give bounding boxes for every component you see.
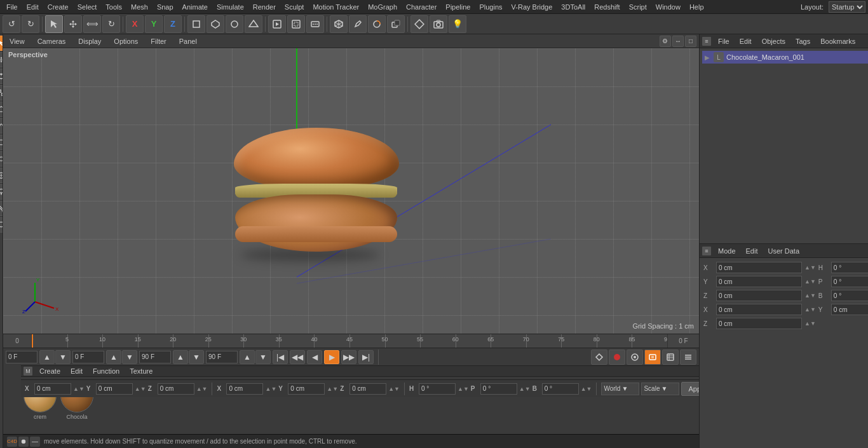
attr-x-pos-arrows[interactable]: ▲▼: [804, 264, 816, 271]
viewport-settings-btn[interactable]: ⚙: [660, 36, 671, 47]
undo-button[interactable]: ↺: [3, 15, 20, 33]
total-frame-input[interactable]: [206, 351, 238, 363]
coord-b-rot-arrows[interactable]: ▲▼: [581, 386, 592, 392]
pen-tool-button[interactable]: [349, 15, 367, 33]
render-region-button[interactable]: [287, 15, 305, 33]
start-frame-input[interactable]: [72, 351, 104, 363]
coord-z-size-input[interactable]: [349, 383, 386, 395]
snap-button[interactable]: [410, 15, 428, 33]
play-btn[interactable]: ▶: [324, 350, 339, 364]
menu-vray-bridge[interactable]: V-Ray Bridge: [508, 2, 557, 12]
menu-select[interactable]: Select: [74, 2, 101, 12]
material-menu-create[interactable]: Create: [36, 366, 64, 376]
attr-menu-edit[interactable]: Edit: [743, 246, 761, 256]
attr-z-pos-arrows[interactable]: ▲▼: [804, 292, 816, 299]
menu-plugins[interactable]: Plugins: [475, 2, 506, 12]
go-to-end-btn[interactable]: ▶|: [358, 350, 374, 364]
menu-sculpt[interactable]: Sculpt: [281, 2, 308, 12]
anim-dope-btn[interactable]: [662, 350, 679, 365]
current-frame-input[interactable]: [6, 351, 37, 363]
attr-x-size-arrows[interactable]: ▲▼: [804, 306, 816, 313]
menu-render[interactable]: Render: [249, 2, 280, 12]
material-menu-edit[interactable]: Edit: [67, 366, 86, 376]
attr-menu-mode[interactable]: Mode: [715, 246, 739, 256]
status-minimize-icon[interactable]: —: [30, 437, 40, 447]
redo-button[interactable]: ↻: [22, 15, 39, 33]
next-frame-btn[interactable]: ▶▶: [341, 350, 356, 364]
play-back-btn[interactable]: ◀: [307, 350, 322, 364]
menu-pipeline[interactable]: Pipeline: [442, 2, 474, 12]
menu-redshift[interactable]: Redshift: [590, 2, 623, 12]
material-menu-texture[interactable]: Texture: [126, 366, 156, 376]
viewport-expand-btn[interactable]: ↔: [672, 36, 684, 47]
total-frame-down-btn[interactable]: ▼: [255, 350, 271, 364]
viewport-maximize-btn[interactable]: □: [685, 36, 696, 47]
attr-y-size-input[interactable]: [831, 304, 868, 315]
end-frame-down-btn[interactable]: ▼: [189, 350, 204, 364]
menu-help[interactable]: Help: [686, 2, 708, 12]
anim-mode-btn[interactable]: [644, 350, 661, 365]
coord-world-dropdown[interactable]: World ▼: [601, 383, 639, 395]
end-frame-up-btn[interactable]: ▲: [173, 350, 188, 364]
viewport-menu-options[interactable]: Options: [110, 36, 142, 46]
menu-window[interactable]: Window: [652, 2, 684, 12]
layout-select[interactable]: Startup: [829, 1, 865, 13]
coord-x-pos-arrows[interactable]: ▲▼: [73, 386, 85, 392]
attr-x-size-input[interactable]: [716, 304, 802, 315]
coord-y-size-input[interactable]: [288, 383, 325, 395]
material-button[interactable]: [368, 15, 386, 33]
rotate-tool-button[interactable]: ↻: [102, 15, 120, 33]
timeline-end-input[interactable]: 0 F: [667, 334, 699, 348]
menu-animate[interactable]: Animate: [179, 2, 212, 12]
polygon-tool-button[interactable]: [207, 15, 224, 33]
total-frame-up-btn[interactable]: ▲: [240, 350, 255, 364]
coord-x-size-input[interactable]: [226, 383, 263, 395]
coord-y-pos-input[interactable]: [96, 383, 133, 395]
menu-snap[interactable]: Snap: [153, 2, 177, 12]
attr-z-size-arrows[interactable]: ▲▼: [804, 320, 816, 327]
scale-tool-button[interactable]: ⟺: [83, 15, 101, 33]
z-axis-button[interactable]: Z: [164, 15, 182, 33]
prev-keyframe-btn[interactable]: ◀◀: [290, 350, 305, 364]
menu-script[interactable]: Script: [625, 2, 651, 12]
timeline-ruler[interactable]: 0 051015202530354045505560657075808590 0…: [3, 334, 699, 348]
coord-z-pos-input[interactable]: [158, 383, 194, 395]
clone-button[interactable]: [387, 15, 405, 33]
y-axis-button[interactable]: Y: [145, 15, 163, 33]
attr-z-pos-input[interactable]: [716, 290, 802, 301]
coord-y-pos-arrows[interactable]: ▲▼: [135, 386, 146, 392]
render-animation-button[interactable]: [306, 15, 324, 33]
attr-menu-userdata[interactable]: User Data: [764, 246, 803, 256]
coord-x-pos-input[interactable]: [34, 383, 71, 395]
coord-p-rot-arrows[interactable]: ▲▼: [519, 386, 531, 392]
om-menu-file[interactable]: File: [715, 36, 733, 46]
timeline-track[interactable]: 051015202530354045505560657075808590: [32, 334, 667, 348]
coord-h-rot-input[interactable]: [419, 383, 456, 395]
coord-b-rot-input[interactable]: [542, 383, 579, 395]
om-menu-bookmarks[interactable]: Bookmarks: [817, 36, 858, 46]
menu-tools[interactable]: Tools: [102, 2, 126, 12]
object-row-macaron[interactable]: ▶ L Chocolate_Macaron_001: [702, 51, 868, 64]
start-frame-up-btn[interactable]: ▲: [106, 350, 121, 364]
status-record-icon[interactable]: ⏺: [18, 437, 29, 447]
anim-timeline-btn[interactable]: [680, 350, 696, 365]
render-view-button[interactable]: [268, 15, 286, 33]
coord-y-size-arrows[interactable]: ▲▼: [327, 386, 338, 392]
edge-tool-button[interactable]: [226, 15, 243, 33]
anim-key-btn[interactable]: [591, 350, 607, 365]
coord-z-pos-arrows[interactable]: ▲▼: [196, 386, 208, 392]
point-tool-button[interactable]: [245, 15, 262, 33]
attr-b-rot-input[interactable]: [831, 290, 868, 301]
viewport-menu-display[interactable]: Display: [74, 36, 105, 46]
viewport-menu-view[interactable]: View: [6, 36, 29, 46]
attr-y-pos-arrows[interactable]: ▲▼: [804, 278, 816, 285]
menu-mograph[interactable]: MoGraph: [364, 2, 401, 12]
coord-scale-dropdown[interactable]: Scale ▼: [641, 383, 679, 395]
select-tool-button[interactable]: [45, 15, 63, 33]
object-tool-button[interactable]: [187, 15, 205, 33]
menu-3dto-all[interactable]: 3DToAll: [557, 2, 589, 12]
attr-z-size-input[interactable]: [716, 318, 802, 329]
attr-h-rot-input[interactable]: [831, 262, 868, 273]
anim-auto-btn[interactable]: [627, 350, 643, 365]
viewport-3d[interactable]: Perspective: [3, 48, 699, 334]
